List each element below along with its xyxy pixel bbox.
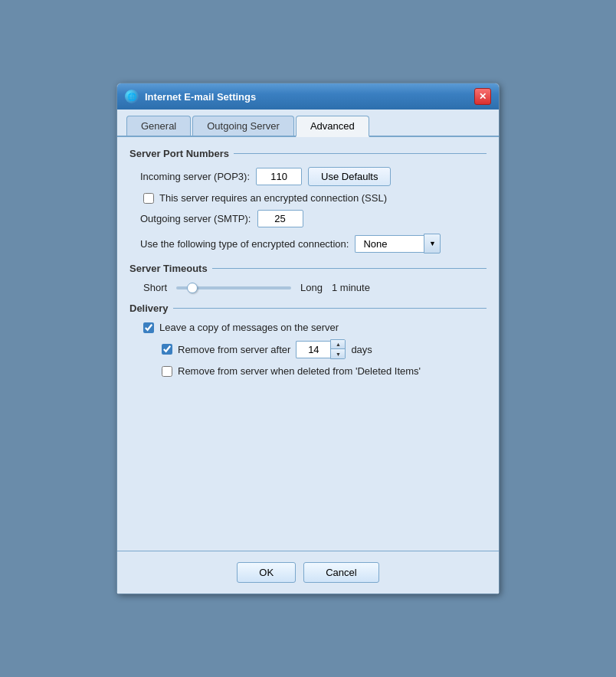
days-unit: days [351, 344, 372, 355]
outgoing-server-label: Outgoing server (SMTP): [140, 213, 251, 224]
server-port-header: Server Port Numbers [129, 148, 487, 159]
leave-copy-row: Leave a copy of messages on the server [140, 322, 487, 333]
incoming-server-label: Incoming server (POP3): [140, 171, 250, 182]
short-label: Short [143, 282, 167, 293]
tab-outgoing-server[interactable]: Outgoing Server [192, 116, 294, 136]
title-bar: 🌐 Internet E-mail Settings ✕ [117, 83, 499, 110]
days-input[interactable] [296, 341, 330, 358]
ssl-checkbox[interactable] [143, 193, 154, 204]
tab-advanced[interactable]: Advanced [296, 116, 369, 137]
ssl-checkbox-label: This server requires an encrypted connec… [159, 192, 387, 204]
server-timeouts-content: Short Long 1 minute [129, 282, 487, 293]
ok-button[interactable]: OK [237, 562, 296, 583]
title-bar-left: 🌐 Internet E-mail Settings [125, 90, 256, 103]
delivery-content: Leave a copy of messages on the server R… [129, 322, 487, 377]
window-title: Internet E-mail Settings [145, 91, 256, 103]
leave-copy-label: Leave a copy of messages on the server [159, 322, 339, 333]
server-port-content: Incoming server (POP3): Use Defaults Thi… [129, 167, 487, 253]
outgoing-server-input[interactable] [257, 210, 303, 227]
remove-after-row: Remove from server after ▲ ▼ days [140, 339, 487, 359]
long-label: Long [300, 282, 323, 293]
delivery-section: Delivery Leave a copy of messages on the… [129, 303, 487, 377]
remove-after-label: Remove from server after [178, 344, 290, 355]
dialog-footer: OK Cancel [117, 551, 499, 594]
encrypted-connection-label: Use the following type of encrypted conn… [140, 238, 349, 250]
server-timeouts-header: Server Timeouts [129, 263, 487, 274]
timeout-slider-row: Short Long 1 minute [140, 282, 487, 293]
incoming-server-input[interactable] [256, 168, 302, 185]
cancel-button[interactable]: Cancel [303, 562, 378, 583]
timeout-value: 1 minute [332, 282, 370, 293]
tab-bar: General Outgoing Server Advanced [117, 110, 499, 137]
remove-deleted-row: Remove from server when deleted from 'De… [140, 365, 487, 377]
use-defaults-button[interactable]: Use Defaults [308, 167, 391, 186]
tab-general[interactable]: General [126, 116, 191, 136]
window-icon: 🌐 [125, 90, 139, 103]
remove-deleted-label: Remove from server when deleted from 'De… [178, 365, 421, 377]
leave-copy-checkbox[interactable] [143, 322, 154, 333]
spinner-up-button[interactable]: ▲ [331, 340, 345, 349]
close-button[interactable]: ✕ [474, 88, 491, 105]
server-timeouts-section: Server Timeouts Short Long 1 minute [129, 263, 487, 293]
server-port-section: Server Port Numbers Incoming server (POP… [129, 148, 487, 253]
dropdown-value: None [355, 235, 424, 253]
spinner-down-button[interactable]: ▼ [331, 349, 345, 358]
dropdown-arrow-icon[interactable]: ▼ [424, 234, 441, 253]
spinner-buttons: ▲ ▼ [330, 339, 346, 359]
remove-after-checkbox[interactable] [162, 344, 172, 355]
timeout-slider[interactable] [176, 286, 291, 289]
days-spinner: ▲ ▼ [296, 339, 346, 359]
remove-deleted-checkbox[interactable] [162, 366, 172, 377]
encrypted-connection-row: Use the following type of encrypted conn… [140, 234, 487, 253]
tab-content: Server Port Numbers Incoming server (POP… [117, 137, 499, 551]
dialog-window: 🌐 Internet E-mail Settings ✕ General Out… [116, 83, 500, 594]
encrypted-connection-dropdown[interactable]: None ▼ [355, 234, 441, 253]
incoming-server-row: Incoming server (POP3): Use Defaults [140, 167, 487, 186]
ssl-checkbox-row: This server requires an encrypted connec… [140, 192, 487, 204]
outgoing-server-row: Outgoing server (SMTP): [140, 210, 487, 227]
delivery-header: Delivery [129, 303, 487, 314]
